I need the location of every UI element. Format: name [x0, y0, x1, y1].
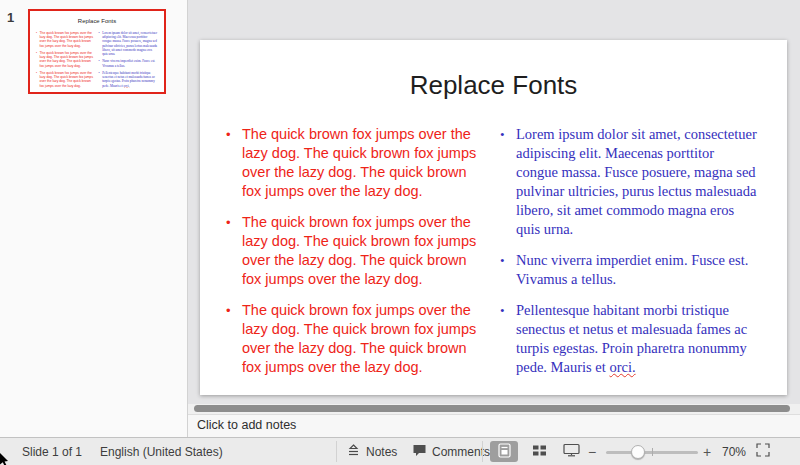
notes-placeholder[interactable]: Click to add notes	[197, 418, 296, 432]
fit-to-window-icon	[756, 443, 770, 460]
horizontal-scrollbar[interactable]	[188, 404, 800, 414]
bullet-text: The quick brown fox jumps over the lazy …	[242, 125, 480, 201]
slide-counter: Slide 1 of 1	[22, 438, 82, 465]
slide-thumbnail-preview: Replace Fonts • The quick brown fox jump…	[30, 11, 164, 92]
thumb-bullet-text: The quick brown fox jumps over the lazy …	[40, 50, 94, 67]
thumb-slide-title: Replace Fonts	[30, 18, 164, 25]
thumb-bullet-text: Nunc viverra imperdiet enim. Fusce est. …	[102, 59, 157, 68]
slide-thumbnail-panel: 1 Replace Fonts • The quick brown fox ju…	[0, 0, 188, 437]
left-text-box[interactable]: • The quick brown fox jumps over the laz…	[226, 125, 480, 389]
thumb-misspelled-word: orci.	[123, 84, 129, 88]
thumb-bullet-item: • Lorem ipsum dolor sit amet, consectetu…	[98, 30, 157, 56]
bullet-text: The quick brown fox jumps over the lazy …	[242, 213, 480, 289]
slide-sorter-icon	[532, 444, 547, 460]
thumb-bullet-text: Lorem ipsum dolor sit amet, consectetuer…	[102, 30, 157, 56]
bullet-marker: •	[500, 301, 516, 377]
slide-canvas: Replace Fonts • The quick brown fox jump…	[188, 0, 800, 404]
zoom-out-button[interactable]: −	[588, 438, 596, 465]
bullet-item: • The quick brown fox jumps over the laz…	[226, 301, 480, 377]
notes-toggle-button[interactable]: Notes	[346, 438, 397, 465]
presentation-window: 1 Replace Fonts • The quick brown fox ju…	[0, 0, 800, 465]
thumb-bullet-text: The quick brown fox jumps over the lazy …	[40, 71, 94, 88]
thumb-bullet-text: The quick brown fox jumps over the lazy …	[40, 30, 94, 47]
bullet-item: • Nunc viverra imperdiet enim. Fusce est…	[500, 251, 758, 289]
notes-pane[interactable]: Click to add notes	[188, 414, 800, 437]
thumb-bullet-text: Pellentesque habitant morbi tristique se…	[102, 71, 157, 88]
thumb-bullet-item: • The quick brown fox jumps over the laz…	[36, 71, 94, 88]
status-divider	[336, 441, 337, 462]
slideshow-icon	[563, 443, 580, 460]
horizontal-scrollbar-thumb[interactable]	[194, 405, 790, 412]
status-bar: Slide 1 of 1 English (United States) Not…	[0, 437, 800, 465]
right-text-box[interactable]: • Lorem ipsum dolor sit amet, consectetu…	[500, 125, 758, 389]
bullet-marker: •	[226, 301, 242, 377]
thumb-slide-preview: Replace Fonts • The quick brown fox jump…	[30, 11, 164, 92]
slide-title[interactable]: Replace Fonts	[200, 70, 787, 101]
thumb-bullet-item: • The quick brown fox jumps over the laz…	[36, 30, 94, 47]
slide-thumbnail[interactable]: Replace Fonts • The quick brown fox jump…	[28, 9, 166, 94]
zoom-slider-handle[interactable]	[631, 445, 645, 459]
thumb-bullet-item: • The quick brown fox jumps over the laz…	[36, 50, 94, 67]
bullet-item: • Pellentesque habitant morbi tristique …	[500, 301, 758, 377]
normal-view-button[interactable]	[490, 441, 518, 462]
bullet-marker: •	[500, 125, 516, 239]
comments-icon	[412, 444, 427, 460]
misspelled-word: orci.	[609, 359, 635, 375]
slideshow-button[interactable]	[558, 438, 584, 465]
slide-number: 1	[7, 10, 14, 25]
notes-icon	[346, 444, 361, 460]
mouse-cursor	[0, 452, 9, 465]
slide-sorter-view-button[interactable]	[526, 438, 552, 465]
language-indicator[interactable]: English (United States)	[100, 438, 223, 465]
bullet-text: Pellentesque habitant morbi tristique se…	[516, 301, 758, 377]
bullet-text: Lorem ipsum dolor sit amet, consectetuer…	[516, 125, 758, 239]
bullet-item: • Lorem ipsum dolor sit amet, consectetu…	[500, 125, 758, 239]
thumb-right-text-box: • Lorem ipsum dolor sit amet, consectetu…	[98, 30, 157, 90]
comments-button[interactable]: Comments	[412, 438, 490, 465]
zoom-slider-midpoint-tick	[652, 448, 653, 456]
normal-view-icon	[498, 443, 511, 461]
bullet-marker: •	[226, 125, 242, 201]
bullet-item: • The quick brown fox jumps over the laz…	[226, 125, 480, 201]
thumb-bullet-item: • Pellentesque habitant morbi tristique …	[98, 71, 157, 88]
bullet-marker: •	[500, 251, 516, 289]
thumb-left-text-box: • The quick brown fox jumps over the laz…	[36, 30, 94, 90]
bullet-text: Nunc viverra imperdiet enim. Fusce est. …	[516, 251, 758, 289]
fit-to-window-button[interactable]	[756, 438, 770, 465]
bullet-text: The quick brown fox jumps over the lazy …	[242, 301, 480, 377]
notes-button-label: Notes	[366, 445, 397, 459]
thumb-bullet-item: • Nunc viverra imperdiet enim. Fusce est…	[98, 59, 157, 68]
bullet-item: • The quick brown fox jumps over the laz…	[226, 213, 480, 289]
bullet-marker: •	[226, 213, 242, 289]
status-divider	[482, 441, 483, 462]
zoom-in-button[interactable]: +	[703, 438, 711, 465]
slide-editor[interactable]: Replace Fonts • The quick brown fox jump…	[200, 40, 787, 395]
zoom-level[interactable]: 70%	[722, 438, 746, 465]
